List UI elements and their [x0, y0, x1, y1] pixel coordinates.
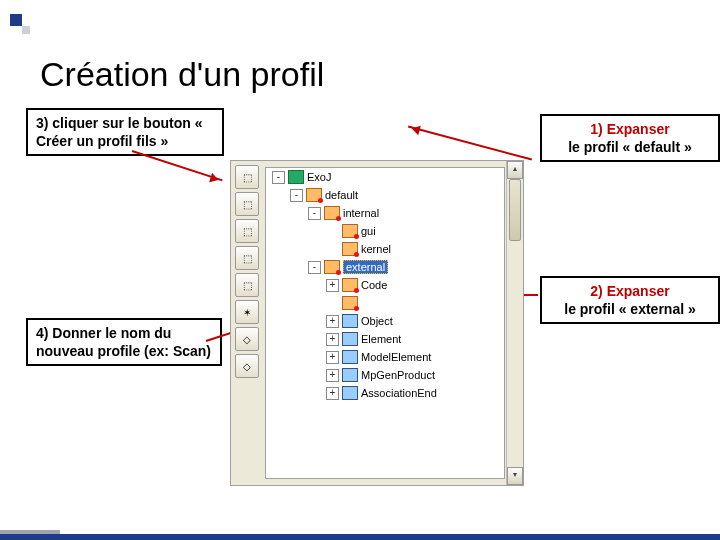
collapse-icon[interactable]: - — [308, 207, 321, 220]
expand-icon[interactable]: + — [326, 351, 339, 364]
toolbar-button[interactable]: ⬚ — [235, 219, 259, 243]
profile-icon — [306, 188, 322, 202]
tree-row[interactable]: +Element — [266, 330, 504, 348]
tree-row[interactable]: -ExoJ — [266, 168, 504, 186]
tree-label[interactable]: gui — [361, 225, 376, 237]
callout-step-4: 4) Donner le nom du nouveau profile (ex:… — [26, 318, 222, 366]
tree-label[interactable]: kernel — [361, 243, 391, 255]
class-icon — [342, 350, 358, 364]
tree-row[interactable]: -external — [266, 258, 504, 276]
toolbar-button[interactable]: ⬚ — [235, 273, 259, 297]
collapse-icon[interactable]: - — [290, 189, 303, 202]
slide-accent — [10, 14, 34, 38]
tree-row[interactable]: gui — [266, 222, 504, 240]
profile-icon — [342, 242, 358, 256]
tree-label[interactable]: Object — [361, 315, 393, 327]
tree-label[interactable]: Code — [361, 279, 387, 291]
scroll-down-button[interactable]: ▾ — [507, 467, 523, 485]
package-icon — [288, 170, 304, 184]
toolbar-button[interactable]: ⬚ — [235, 165, 259, 189]
expand-icon[interactable]: + — [326, 279, 339, 292]
toolbar-button[interactable]: ✶ — [235, 300, 259, 324]
class-icon — [342, 368, 358, 382]
tree-row[interactable]: +AssociationEnd — [266, 384, 504, 402]
vertical-scrollbar[interactable]: ▴ ▾ — [506, 161, 523, 485]
tree-row[interactable]: +Code — [266, 276, 504, 294]
profile-icon — [342, 278, 358, 292]
callout-step-2: 2) Expanserle profil « external » — [540, 276, 720, 324]
profile-icon — [342, 296, 358, 310]
collapse-icon[interactable]: - — [272, 171, 285, 184]
tree-row[interactable]: -default — [266, 186, 504, 204]
create-child-profile-button[interactable]: ⬚ — [235, 192, 259, 216]
profile-icon — [324, 260, 340, 274]
tree-row[interactable]: +Object — [266, 312, 504, 330]
expand-icon[interactable]: + — [326, 315, 339, 328]
tree-label[interactable]: internal — [343, 207, 379, 219]
expand-icon[interactable]: + — [326, 369, 339, 382]
toolbar: ⬚⬚⬚⬚⬚✶◇◇ — [235, 165, 261, 381]
tree-row[interactable]: -internal — [266, 204, 504, 222]
toolbar-button[interactable]: ◇ — [235, 354, 259, 378]
class-icon — [342, 386, 358, 400]
arrow-step-1 — [408, 125, 532, 160]
page-title: Création d'un profil — [40, 55, 324, 94]
tree-row[interactable] — [266, 294, 504, 312]
profile-icon — [324, 206, 340, 220]
tree-row[interactable]: kernel — [266, 240, 504, 258]
tree-label[interactable]: ModelElement — [361, 351, 431, 363]
tree-view[interactable]: -ExoJ-default-internalguikernel-external… — [265, 167, 505, 479]
expand-icon[interactable]: + — [326, 387, 339, 400]
expand-icon[interactable]: + — [326, 333, 339, 346]
class-icon — [342, 314, 358, 328]
tree-label[interactable]: MpGenProduct — [361, 369, 435, 381]
tree-label[interactable]: external — [343, 260, 388, 274]
tree-row[interactable]: +ModelElement — [266, 348, 504, 366]
class-icon — [342, 332, 358, 346]
callout-step-3: 3) cliquer sur le bouton « Créer un prof… — [26, 108, 224, 156]
slide-footer-bar — [0, 534, 720, 540]
tree-label[interactable]: AssociationEnd — [361, 387, 437, 399]
tree-label[interactable]: default — [325, 189, 358, 201]
tree-label[interactable]: Element — [361, 333, 401, 345]
profile-icon — [342, 224, 358, 238]
toolbar-button[interactable]: ◇ — [235, 327, 259, 351]
scroll-thumb[interactable] — [509, 179, 521, 241]
collapse-icon[interactable]: - — [308, 261, 321, 274]
callout-step-1: 1) Expanserle profil « default » — [540, 114, 720, 162]
tree-row[interactable]: +MpGenProduct — [266, 366, 504, 384]
model-browser-panel: ⬚⬚⬚⬚⬚✶◇◇ -ExoJ-default-internalguikernel… — [230, 160, 524, 486]
tree-label[interactable]: ExoJ — [307, 171, 331, 183]
toolbar-button[interactable]: ⬚ — [235, 246, 259, 270]
scroll-up-button[interactable]: ▴ — [507, 161, 523, 179]
